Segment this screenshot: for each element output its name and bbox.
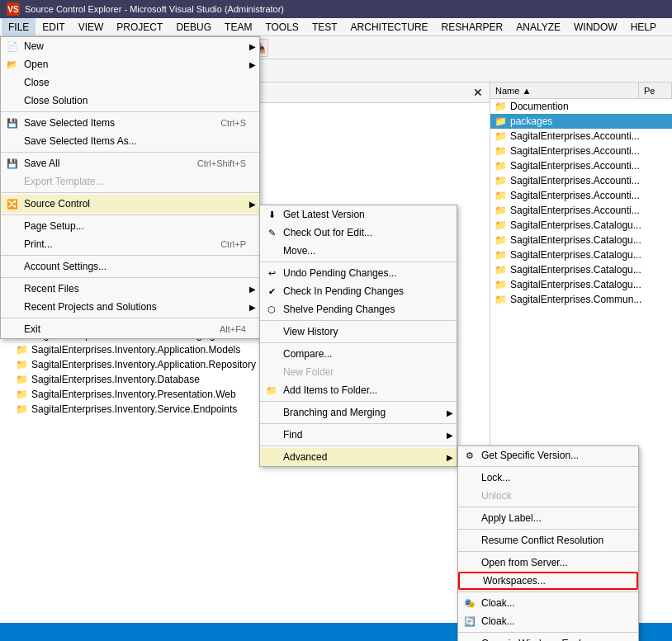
menu-item-account-settings[interactable]: Account Settings... xyxy=(1,257,259,276)
folder-icon xyxy=(15,403,28,416)
right-panel-item[interactable]: SagitalEnterprises.Catalogu... xyxy=(490,277,672,292)
separator xyxy=(458,529,638,530)
file-item-label: SagitalEnterprises.Inventory.Database xyxy=(31,374,200,385)
right-panel-item[interactable]: SagitalEnterprises.Accounti... xyxy=(490,188,672,203)
right-panel-item[interactable]: SagitalEnterprises.Catalogu... xyxy=(490,247,672,262)
save-icon: 💾 xyxy=(6,116,19,130)
sc-add-items[interactable]: 📁 Add Items to Folder... xyxy=(260,381,457,399)
undo-icon: ↩ xyxy=(265,266,278,280)
shortcut: Alt+F4 xyxy=(220,324,246,334)
right-panel-item[interactable]: SagitalEnterprises.Commun... xyxy=(490,292,672,307)
sc-compare[interactable]: Compare... xyxy=(260,345,457,363)
separator xyxy=(1,277,259,278)
menu-item-recent-projects[interactable]: Recent Projects and Solutions ▶ xyxy=(1,298,259,316)
folder-icon xyxy=(494,130,507,143)
right-panel-item[interactable]: SagitalEnterprises.Catalogu... xyxy=(490,262,672,277)
sc-check-out[interactable]: ✎ Check Out for Edit... xyxy=(260,224,457,242)
menu-item-close[interactable]: Close xyxy=(1,73,259,92)
arrow-icon: ▶ xyxy=(249,42,256,51)
right-panel-item[interactable]: SagitalEnterprises.Catalogu... xyxy=(490,233,672,247)
menu-item-save-all[interactable]: 💾 Save All Ctrl+Shift+S xyxy=(1,154,259,172)
right-panel-item[interactable]: SagitalEnterprises.Accounti... xyxy=(490,144,672,158)
right-panel-item[interactable]: SagitalEnterprises.Accounti... xyxy=(490,129,672,144)
sc-icon: 🔀 xyxy=(6,197,19,210)
menu-project[interactable]: PROJECT xyxy=(110,18,169,36)
sc-checkin[interactable]: ✔ Check In Pending Changes xyxy=(260,282,457,300)
menu-item-save-as[interactable]: Save Selected Items As... xyxy=(1,132,259,150)
folder-icon xyxy=(15,358,28,371)
sc-history[interactable]: View History xyxy=(260,323,457,341)
menu-tools[interactable]: TOOLS xyxy=(258,18,305,36)
close-panel-btn[interactable]: ✕ xyxy=(473,86,483,99)
menu-item-save[interactable]: 💾 Save Selected Items Ctrl+S xyxy=(1,114,259,132)
sc-shelve[interactable]: ⬡ Shelve Pending Changes xyxy=(260,300,457,318)
sc-move[interactable]: Move... xyxy=(260,242,457,260)
menu-item-recent-files[interactable]: Recent Files ▶ xyxy=(1,280,259,298)
adv-cloak[interactable]: 🎭 Cloak... xyxy=(458,594,638,612)
separator xyxy=(1,152,259,153)
menu-window[interactable]: WINDOW xyxy=(567,18,624,36)
separator xyxy=(260,445,457,446)
menu-edit[interactable]: EDIT xyxy=(35,18,71,36)
adv-resume-conflict[interactable]: Resume Conflict Resolution xyxy=(458,531,638,549)
arrow-icon: ▶ xyxy=(447,408,453,417)
col-name[interactable]: Name ▲ xyxy=(490,82,639,98)
menu-item-page-setup[interactable]: Page Setup... xyxy=(1,217,259,235)
adv-lock[interactable]: Lock... xyxy=(458,469,638,487)
get-icon: ⬇ xyxy=(265,208,278,221)
menu-help[interactable]: HELP xyxy=(624,18,663,36)
shortcut: Ctrl+Shift+S xyxy=(197,158,246,168)
right-item-label: SagitalEnterprises.Accounti... xyxy=(510,130,640,142)
sc-find[interactable]: Find ▶ xyxy=(260,426,457,444)
right-panel-item[interactable]: SagitalEnterprises.Accounti... xyxy=(490,203,672,218)
right-item-label: SagitalEnterprises.Catalogu... xyxy=(510,234,641,246)
sc-new-folder: New Folder xyxy=(260,363,457,381)
right-item-label: SagitalEnterprises.Commun... xyxy=(510,294,641,305)
arrow-icon: ▶ xyxy=(249,285,256,294)
right-panel-item[interactable]: SagitalEnterprises.Accounti... xyxy=(490,173,672,188)
adv-open-server[interactable]: Open from Server... xyxy=(458,554,638,572)
right-panel-item[interactable]: SagitalEnterprises.Accounti... xyxy=(490,158,672,173)
file-item-label: SagitalEnterprises.Inventory.Presentatio… xyxy=(31,389,236,400)
folder-icon xyxy=(494,204,507,217)
sc-advanced[interactable]: Advanced ▶ xyxy=(260,448,457,466)
menu-team[interactable]: TEAM xyxy=(218,18,258,36)
right-panel-item[interactable]: SagitalEnterprises.Catalogu... xyxy=(490,218,672,233)
menu-item-close-solution[interactable]: Close Solution xyxy=(1,92,259,110)
menu-debug[interactable]: DEBUG xyxy=(169,18,218,36)
sc-get-latest[interactable]: ⬇ Get Latest Version xyxy=(260,205,457,224)
menu-item-open[interactable]: 📂 Open ▶ xyxy=(1,55,259,73)
title-bar: VS Source Control Explorer - Microsoft V… xyxy=(0,0,672,18)
menu-item-export: Export Template... xyxy=(1,172,259,191)
menu-item-new[interactable]: 📄 New ▶ xyxy=(1,37,259,55)
adv-workspaces[interactable]: Workspaces... xyxy=(458,572,638,590)
col-pe[interactable]: Pe xyxy=(639,82,672,98)
add-icon: 📁 xyxy=(265,384,278,397)
menu-architecture[interactable]: ARCHITECTURE xyxy=(344,18,435,36)
separator xyxy=(260,423,457,424)
menu-item-exit[interactable]: Exit Alt+F4 xyxy=(1,320,259,338)
right-panel-item[interactable]: packages xyxy=(490,114,672,129)
menu-item-print[interactable]: Print... Ctrl+P xyxy=(1,235,259,253)
menu-item-source-control[interactable]: 🔀 Source Control ▶ xyxy=(1,195,259,213)
folder-icon xyxy=(15,343,28,356)
folder-icon xyxy=(494,233,507,247)
refresh-status-label: Cloak... xyxy=(481,615,515,627)
folder-icon xyxy=(494,159,507,172)
menu-resharper[interactable]: RESHARPER xyxy=(435,18,510,36)
adv-refresh-status[interactable]: 🔄 Cloak... xyxy=(458,612,638,630)
right-item-label: SagitalEnterprises.Catalogu... xyxy=(510,249,641,261)
sc-undo[interactable]: ↩ Undo Pending Changes... xyxy=(260,264,457,282)
arrow-icon: ▶ xyxy=(447,453,453,462)
adv-get-specific[interactable]: ⚙ Get Specific Version... xyxy=(458,446,638,464)
adv-apply-label[interactable]: Apply Label... xyxy=(458,509,638,527)
shelve-icon: ⬡ xyxy=(265,303,278,316)
menu-test[interactable]: TEST xyxy=(305,18,344,36)
menu-analyze[interactable]: ANALYZE xyxy=(509,18,567,36)
sc-branching[interactable]: Branching and Merging ▶ xyxy=(260,403,457,422)
menu-file[interactable]: FILE xyxy=(2,18,35,36)
adv-open-explorer[interactable]: Open in Windows Explorer xyxy=(458,634,638,641)
arrow-icon: ▶ xyxy=(249,60,256,69)
menu-view[interactable]: VIEW xyxy=(72,18,111,36)
right-panel-item[interactable]: Documention xyxy=(490,99,672,114)
